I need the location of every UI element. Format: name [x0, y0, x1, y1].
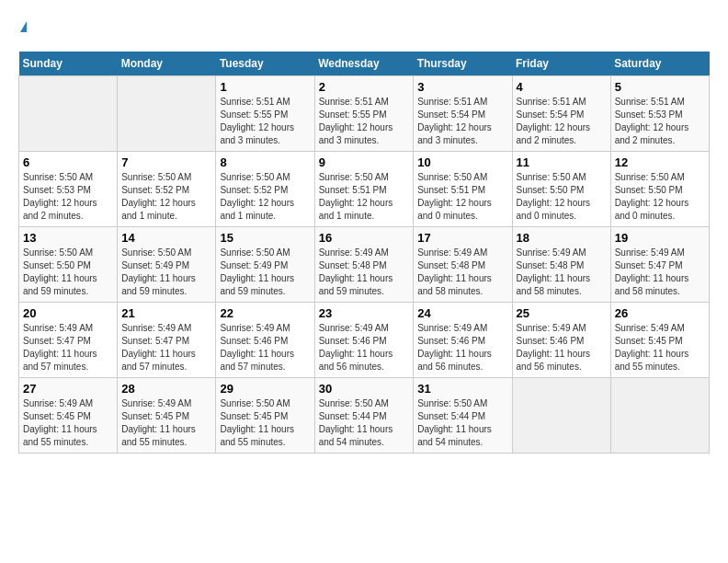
day-number: 7: [121, 155, 211, 169]
day-info: Sunrise: 5:50 AM Sunset: 5:50 PM Dayligh…: [517, 171, 607, 223]
day-info: Sunrise: 5:49 AM Sunset: 5:47 PM Dayligh…: [121, 322, 211, 373]
day-number: 1: [220, 80, 310, 94]
day-number: 2: [319, 80, 410, 94]
day-number: 6: [23, 155, 113, 169]
day-info: Sunrise: 5:50 AM Sunset: 5:50 PM Dayligh…: [23, 247, 113, 298]
day-info: Sunrise: 5:49 AM Sunset: 5:47 PM Dayligh…: [23, 322, 113, 373]
calendar-cell: 12Sunrise: 5:50 AM Sunset: 5:50 PM Dayli…: [610, 151, 709, 226]
calendar-cell: 6Sunrise: 5:50 AM Sunset: 5:53 PM Daylig…: [19, 151, 118, 226]
header-tuesday: Tuesday: [216, 52, 314, 76]
day-info: Sunrise: 5:50 AM Sunset: 5:44 PM Dayligh…: [319, 397, 410, 449]
day-info: Sunrise: 5:50 AM Sunset: 5:45 PM Dayligh…: [220, 397, 310, 449]
day-number: 26: [615, 306, 705, 320]
calendar-header-row: SundayMondayTuesdayWednesdayThursdayFrid…: [19, 52, 710, 76]
calendar-cell: 14Sunrise: 5:50 AM Sunset: 5:49 PM Dayli…: [118, 226, 216, 302]
day-number: 17: [417, 231, 507, 245]
calendar-cell: 9Sunrise: 5:50 AM Sunset: 5:51 PM Daylig…: [314, 151, 414, 226]
day-number: 8: [220, 155, 310, 169]
day-number: 25: [517, 306, 607, 320]
day-info: Sunrise: 5:50 AM Sunset: 5:51 PM Dayligh…: [319, 171, 410, 223]
calendar-cell: 3Sunrise: 5:51 AM Sunset: 5:54 PM Daylig…: [414, 75, 512, 151]
header-thursday: Thursday: [414, 52, 512, 76]
calendar-cell: 21Sunrise: 5:49 AM Sunset: 5:47 PM Dayli…: [118, 302, 216, 377]
calendar-cell: 10Sunrise: 5:50 AM Sunset: 5:51 PM Dayli…: [414, 151, 512, 226]
calendar-cell: 2Sunrise: 5:51 AM Sunset: 5:55 PM Daylig…: [314, 75, 414, 151]
day-info: Sunrise: 5:50 AM Sunset: 5:51 PM Dayligh…: [417, 171, 507, 223]
day-info: Sunrise: 5:49 AM Sunset: 5:47 PM Dayligh…: [615, 247, 705, 298]
day-number: 30: [319, 382, 410, 396]
day-info: Sunrise: 5:51 AM Sunset: 5:53 PM Dayligh…: [615, 96, 705, 147]
calendar-week-row: 13Sunrise: 5:50 AM Sunset: 5:50 PM Dayli…: [19, 226, 710, 302]
calendar-cell: 23Sunrise: 5:49 AM Sunset: 5:46 PM Dayli…: [314, 302, 414, 377]
logo: [18, 18, 27, 37]
calendar-table: SundayMondayTuesdayWednesdayThursdayFrid…: [18, 52, 710, 454]
calendar-week-row: 1Sunrise: 5:51 AM Sunset: 5:55 PM Daylig…: [19, 75, 710, 151]
calendar-cell: 11Sunrise: 5:50 AM Sunset: 5:50 PM Dayli…: [512, 151, 610, 226]
day-number: 15: [220, 231, 310, 245]
day-number: 20: [23, 306, 113, 320]
calendar-cell: [512, 377, 610, 453]
calendar-cell: 16Sunrise: 5:49 AM Sunset: 5:48 PM Dayli…: [314, 226, 414, 302]
day-info: Sunrise: 5:49 AM Sunset: 5:46 PM Dayligh…: [319, 322, 410, 373]
calendar-cell: 31Sunrise: 5:50 AM Sunset: 5:44 PM Dayli…: [414, 377, 512, 453]
day-info: Sunrise: 5:49 AM Sunset: 5:48 PM Dayligh…: [319, 247, 410, 298]
day-info: Sunrise: 5:49 AM Sunset: 5:46 PM Dayligh…: [220, 322, 310, 373]
day-number: 5: [615, 80, 705, 94]
calendar-cell: 8Sunrise: 5:50 AM Sunset: 5:52 PM Daylig…: [216, 151, 314, 226]
day-info: Sunrise: 5:50 AM Sunset: 5:52 PM Dayligh…: [121, 171, 211, 223]
day-number: 28: [121, 382, 211, 396]
calendar-cell: 20Sunrise: 5:49 AM Sunset: 5:47 PM Dayli…: [19, 302, 118, 377]
header-saturday: Saturday: [610, 52, 709, 76]
calendar-week-row: 27Sunrise: 5:49 AM Sunset: 5:45 PM Dayli…: [19, 377, 710, 453]
day-number: 29: [220, 382, 310, 396]
calendar-cell: 1Sunrise: 5:51 AM Sunset: 5:55 PM Daylig…: [216, 75, 314, 151]
day-number: 23: [319, 306, 410, 320]
day-number: 14: [121, 231, 211, 245]
day-number: 12: [615, 155, 705, 169]
calendar-cell: 17Sunrise: 5:49 AM Sunset: 5:48 PM Dayli…: [414, 226, 512, 302]
calendar-cell: 19Sunrise: 5:49 AM Sunset: 5:47 PM Dayli…: [610, 226, 709, 302]
calendar-week-row: 20Sunrise: 5:49 AM Sunset: 5:47 PM Dayli…: [19, 302, 710, 377]
day-number: 19: [615, 231, 705, 245]
calendar-week-row: 6Sunrise: 5:50 AM Sunset: 5:53 PM Daylig…: [19, 151, 710, 226]
day-info: Sunrise: 5:49 AM Sunset: 5:45 PM Dayligh…: [23, 397, 113, 449]
calendar-cell: 27Sunrise: 5:49 AM Sunset: 5:45 PM Dayli…: [19, 377, 118, 453]
calendar-cell: 30Sunrise: 5:50 AM Sunset: 5:44 PM Dayli…: [314, 377, 414, 453]
day-number: 4: [517, 80, 607, 94]
day-info: Sunrise: 5:50 AM Sunset: 5:50 PM Dayligh…: [615, 171, 705, 223]
calendar-cell: [118, 75, 216, 151]
day-number: 13: [23, 231, 113, 245]
header-friday: Friday: [512, 52, 610, 76]
day-info: Sunrise: 5:51 AM Sunset: 5:55 PM Dayligh…: [220, 96, 310, 147]
calendar-cell: 15Sunrise: 5:50 AM Sunset: 5:49 PM Dayli…: [216, 226, 314, 302]
calendar-cell: 29Sunrise: 5:50 AM Sunset: 5:45 PM Dayli…: [216, 377, 314, 453]
day-number: 27: [23, 382, 113, 396]
calendar-cell: 22Sunrise: 5:49 AM Sunset: 5:46 PM Dayli…: [216, 302, 314, 377]
day-info: Sunrise: 5:50 AM Sunset: 5:49 PM Dayligh…: [121, 247, 211, 298]
day-number: 16: [319, 231, 410, 245]
calendar-cell: 13Sunrise: 5:50 AM Sunset: 5:50 PM Dayli…: [19, 226, 118, 302]
day-info: Sunrise: 5:49 AM Sunset: 5:46 PM Dayligh…: [517, 322, 607, 373]
header-wednesday: Wednesday: [314, 52, 414, 76]
day-info: Sunrise: 5:50 AM Sunset: 5:53 PM Dayligh…: [23, 171, 113, 223]
day-info: Sunrise: 5:50 AM Sunset: 5:49 PM Dayligh…: [220, 247, 310, 298]
calendar-cell: 4Sunrise: 5:51 AM Sunset: 5:54 PM Daylig…: [512, 75, 610, 151]
day-info: Sunrise: 5:50 AM Sunset: 5:52 PM Dayligh…: [220, 171, 310, 223]
calendar-cell: 5Sunrise: 5:51 AM Sunset: 5:53 PM Daylig…: [610, 75, 709, 151]
calendar-cell: 26Sunrise: 5:49 AM Sunset: 5:45 PM Dayli…: [610, 302, 709, 377]
day-info: Sunrise: 5:50 AM Sunset: 5:44 PM Dayligh…: [417, 397, 507, 449]
day-number: 21: [121, 306, 211, 320]
day-info: Sunrise: 5:51 AM Sunset: 5:55 PM Dayligh…: [319, 96, 410, 147]
day-info: Sunrise: 5:49 AM Sunset: 5:46 PM Dayligh…: [417, 322, 507, 373]
day-number: 22: [220, 306, 310, 320]
day-info: Sunrise: 5:51 AM Sunset: 5:54 PM Dayligh…: [417, 96, 507, 147]
calendar-cell: 24Sunrise: 5:49 AM Sunset: 5:46 PM Dayli…: [414, 302, 512, 377]
calendar-cell: [19, 75, 118, 151]
calendar-cell: 28Sunrise: 5:49 AM Sunset: 5:45 PM Dayli…: [118, 377, 216, 453]
day-info: Sunrise: 5:51 AM Sunset: 5:54 PM Dayligh…: [517, 96, 607, 147]
day-number: 10: [417, 155, 507, 169]
calendar-cell: 25Sunrise: 5:49 AM Sunset: 5:46 PM Dayli…: [512, 302, 610, 377]
page-header: [18, 18, 710, 37]
day-number: 3: [417, 80, 507, 94]
calendar-cell: [610, 377, 709, 453]
